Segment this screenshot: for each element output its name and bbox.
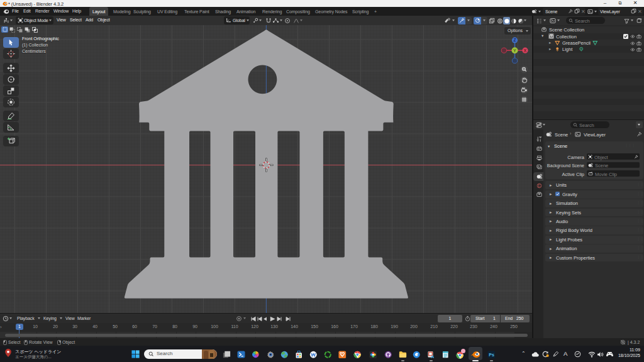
svg-text:Ps: Ps: [489, 353, 494, 357]
svg-text:X: X: [524, 48, 527, 53]
svg-text:Z: Z: [514, 38, 516, 42]
svg-text:Y: Y: [513, 48, 516, 53]
